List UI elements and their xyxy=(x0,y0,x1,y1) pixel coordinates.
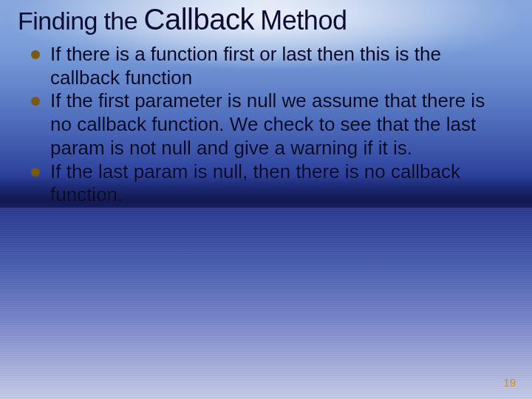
title-word-4: Method xyxy=(260,5,347,35)
bullet-list: If there is a function first or last the… xyxy=(18,43,514,207)
bullet-item: If the last param is null, then there is… xyxy=(31,160,510,207)
page-number: 19 xyxy=(503,376,516,389)
title-word-3: Callback xyxy=(144,3,254,35)
slide-content: Finding the Callback Method If there is … xyxy=(0,0,532,399)
slide: Finding the Callback Method If there is … xyxy=(0,0,532,399)
title-word-2: the xyxy=(103,7,137,35)
slide-title: Finding the Callback Method xyxy=(18,3,514,35)
bullet-item: If there is a function first or last the… xyxy=(31,43,510,89)
title-word-1: Finding xyxy=(18,7,98,35)
bullet-item: If the first parameter is null we assume… xyxy=(31,89,510,160)
